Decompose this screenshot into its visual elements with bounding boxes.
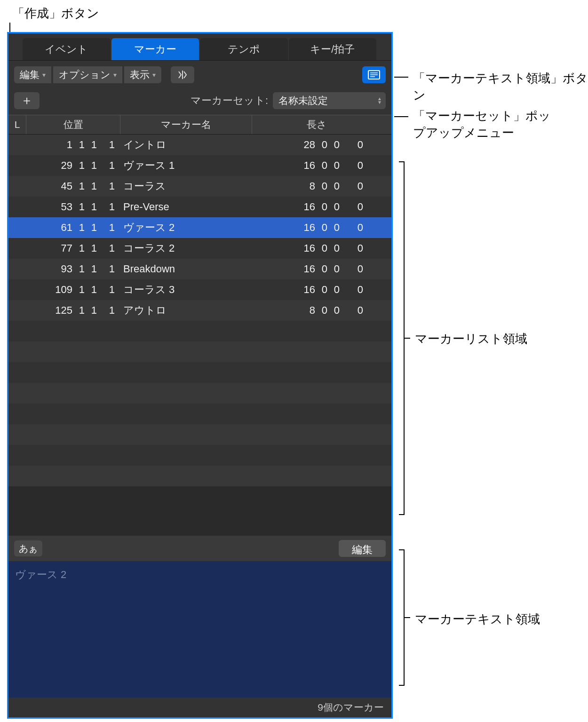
empty-row — [8, 341, 391, 362]
bracket-text-area — [399, 549, 405, 686]
cell-length[interactable]: 16000 — [252, 222, 391, 234]
callout-marker-text-area: マーカーテキスト領域 — [415, 611, 540, 627]
cell-name[interactable]: コーラス 2 — [120, 241, 252, 255]
callout-line — [405, 338, 410, 339]
cell-length[interactable]: 16000 — [252, 242, 391, 254]
text-edit-button[interactable]: 編集 — [339, 540, 386, 557]
marker-count: 9個のマーカー — [318, 701, 384, 714]
cell-length[interactable]: 16000 — [252, 159, 391, 172]
table-header: L 位置 マーカー名 長さ — [8, 115, 391, 135]
marker-set-label: マーカーセット: — [191, 94, 268, 108]
tab-bar: イベント マーカー テンポ キー/拍子 — [8, 33, 391, 61]
callout-line — [394, 116, 408, 117]
empty-row — [8, 466, 391, 486]
edit-menu[interactable]: 編集▾ — [14, 66, 51, 83]
toolbar: 編集▾ オプション▾ 表示▾ — [8, 61, 391, 89]
table-row[interactable]: 109111コーラス 316000 — [8, 279, 391, 300]
cell-length[interactable]: 8000 — [252, 180, 391, 192]
column-position[interactable]: 位置 — [26, 115, 120, 134]
cell-position[interactable]: 45111 — [26, 180, 120, 192]
column-l[interactable]: L — [8, 115, 26, 134]
table-row[interactable]: 61111ヴァース 216000 — [8, 217, 391, 238]
chevron-down-icon: ▾ — [113, 71, 117, 79]
tab-key-signature[interactable]: キー/拍子 — [289, 38, 377, 60]
option-menu[interactable]: オプション▾ — [53, 66, 122, 83]
cell-name[interactable]: ヴァース 1 — [120, 159, 252, 173]
edit-menu-label: 編集 — [20, 68, 40, 81]
display-menu-label: 表示 — [130, 68, 150, 81]
callout-marker-set-l2: プアップメニュー — [413, 124, 514, 141]
cell-position[interactable]: 53111 — [26, 201, 120, 213]
table-row[interactable]: 93111Breakdown16000 — [8, 259, 391, 279]
callout-line — [405, 617, 410, 618]
cell-name[interactable]: アウトロ — [120, 303, 252, 317]
cell-position[interactable]: 77111 — [26, 242, 120, 254]
marker-set-popup[interactable]: 名称未設定 ▲▼ — [273, 92, 386, 109]
column-name[interactable]: マーカー名 — [120, 115, 252, 134]
create-button[interactable]: ＋ — [14, 92, 40, 109]
chevron-down-icon: ▾ — [42, 71, 46, 79]
text-area-icon — [368, 70, 380, 79]
empty-row — [8, 321, 391, 341]
font-button[interactable]: あぁ — [14, 540, 42, 556]
cell-name[interactable]: コーラス 3 — [120, 283, 252, 297]
tab-tempo[interactable]: テンポ — [200, 38, 288, 60]
marker-set-value: 名称未設定 — [278, 94, 328, 107]
cell-length[interactable]: 16000 — [252, 201, 391, 213]
status-bar: 9個のマーカー — [8, 698, 391, 717]
empty-row — [8, 383, 391, 404]
callout-create-button: 「作成」ボタン — [12, 5, 99, 22]
callout-marker-set-l1: 「マーカーセット」ポッ — [413, 107, 551, 124]
updown-icon: ▲▼ — [377, 97, 382, 104]
callout-marker-list-area: マーカーリスト領域 — [415, 330, 527, 347]
column-length[interactable]: 長さ — [252, 115, 381, 134]
cell-length[interactable]: 16000 — [252, 263, 391, 275]
table-row[interactable]: 53111Pre-Verse16000 — [8, 197, 391, 217]
toolbar-secondary: ＋ マーカーセット: 名称未設定 ▲▼ — [8, 89, 391, 115]
tab-event[interactable]: イベント — [23, 38, 111, 60]
cell-name[interactable]: Pre-Verse — [120, 201, 252, 213]
empty-row — [8, 362, 391, 383]
empty-row — [8, 424, 391, 445]
text-area-toolbar: あぁ 編集 — [8, 536, 391, 561]
cell-name[interactable]: イントロ — [120, 138, 252, 152]
cell-position[interactable]: 1111 — [26, 139, 120, 151]
marker-text-content: ヴァース 2 — [15, 569, 66, 580]
table-row[interactable]: 125111アウトロ8000 — [8, 300, 391, 321]
cell-length[interactable]: 28000 — [252, 139, 391, 151]
chevron-down-icon: ▾ — [152, 71, 156, 79]
callout-text-area-button: 「マーカーテキスト領域」ボタン — [413, 70, 588, 104]
cell-length[interactable]: 8000 — [252, 304, 391, 317]
option-menu-label: オプション — [59, 68, 111, 81]
empty-row — [8, 404, 391, 424]
cell-position[interactable]: 93111 — [26, 263, 120, 275]
table-row[interactable]: 1111イントロ28000 — [8, 135, 391, 155]
cell-name[interactable]: ヴァース 2 — [120, 221, 252, 235]
catch-playhead-button[interactable] — [171, 66, 194, 83]
plus-icon: ＋ — [21, 92, 33, 109]
tab-marker[interactable]: マーカー — [111, 38, 199, 60]
playhead-icon — [177, 70, 188, 80]
cell-position[interactable]: 61111 — [26, 222, 120, 234]
callout-line — [394, 77, 408, 78]
marker-list-area: 1111イントロ2800029111ヴァース 11600045111コーラス80… — [8, 135, 391, 536]
cell-name[interactable]: Breakdown — [120, 263, 252, 275]
marker-text-area-button[interactable] — [362, 66, 386, 83]
display-menu[interactable]: 表示▾ — [124, 66, 161, 83]
bracket-list-area — [399, 161, 405, 515]
cell-position[interactable]: 29111 — [26, 159, 120, 172]
marker-list-window: イベント マーカー テンポ キー/拍子 編集▾ オプション▾ 表示▾ — [7, 32, 393, 719]
cell-name[interactable]: コーラス — [120, 179, 252, 193]
empty-row — [8, 445, 391, 466]
cell-position[interactable]: 109111 — [26, 284, 120, 296]
table-row[interactable]: 45111コーラス8000 — [8, 176, 391, 197]
marker-text-area[interactable]: ヴァース 2 — [8, 561, 391, 698]
table-row[interactable]: 29111ヴァース 116000 — [8, 155, 391, 176]
cell-position[interactable]: 125111 — [26, 304, 120, 317]
table-row[interactable]: 77111コーラス 216000 — [8, 238, 391, 259]
cell-length[interactable]: 16000 — [252, 284, 391, 296]
